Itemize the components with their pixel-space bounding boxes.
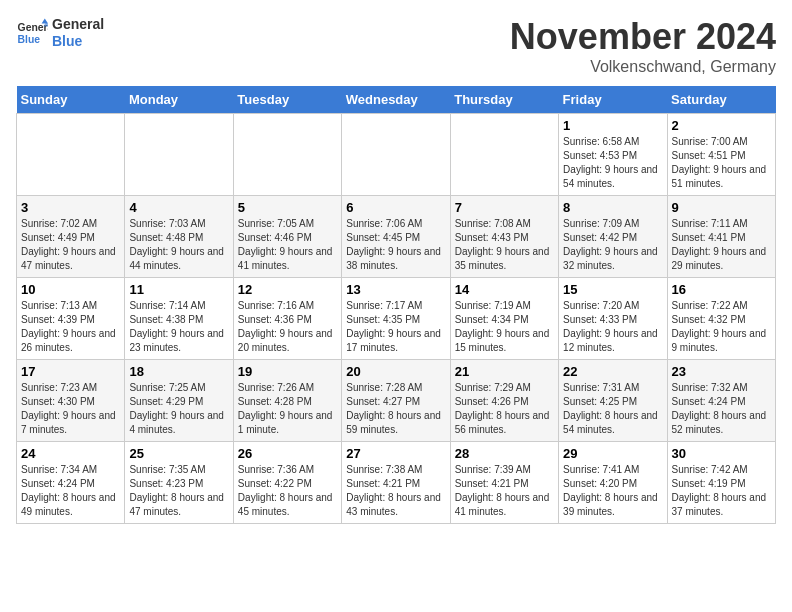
day-info: Sunrise: 7:26 AMSunset: 4:28 PMDaylight:…: [238, 381, 337, 437]
day-info: Sunrise: 7:02 AMSunset: 4:49 PMDaylight:…: [21, 217, 120, 273]
calendar-cell: 29Sunrise: 7:41 AMSunset: 4:20 PMDayligh…: [559, 442, 667, 524]
day-header: Saturday: [667, 86, 775, 114]
day-info: Sunrise: 7:13 AMSunset: 4:39 PMDaylight:…: [21, 299, 120, 355]
day-number: 2: [672, 118, 771, 133]
day-number: 4: [129, 200, 228, 215]
day-info: Sunrise: 7:36 AMSunset: 4:22 PMDaylight:…: [238, 463, 337, 519]
calendar-cell: 6Sunrise: 7:06 AMSunset: 4:45 PMDaylight…: [342, 196, 450, 278]
day-header: Friday: [559, 86, 667, 114]
day-info: Sunrise: 7:05 AMSunset: 4:46 PMDaylight:…: [238, 217, 337, 273]
day-info: Sunrise: 7:25 AMSunset: 4:29 PMDaylight:…: [129, 381, 228, 437]
calendar-cell: 25Sunrise: 7:35 AMSunset: 4:23 PMDayligh…: [125, 442, 233, 524]
logo-icon: General Blue: [16, 17, 48, 49]
day-number: 20: [346, 364, 445, 379]
logo: General Blue General Blue: [16, 16, 104, 50]
calendar-cell: 3Sunrise: 7:02 AMSunset: 4:49 PMDaylight…: [17, 196, 125, 278]
header-row: SundayMondayTuesdayWednesdayThursdayFrid…: [17, 86, 776, 114]
day-header: Tuesday: [233, 86, 341, 114]
calendar-cell: 4Sunrise: 7:03 AMSunset: 4:48 PMDaylight…: [125, 196, 233, 278]
calendar-cell: 26Sunrise: 7:36 AMSunset: 4:22 PMDayligh…: [233, 442, 341, 524]
calendar-cell: 11Sunrise: 7:14 AMSunset: 4:38 PMDayligh…: [125, 278, 233, 360]
logo-line2: Blue: [52, 33, 104, 50]
calendar-cell: 18Sunrise: 7:25 AMSunset: 4:29 PMDayligh…: [125, 360, 233, 442]
day-number: 24: [21, 446, 120, 461]
day-info: Sunrise: 7:38 AMSunset: 4:21 PMDaylight:…: [346, 463, 445, 519]
day-info: Sunrise: 7:23 AMSunset: 4:30 PMDaylight:…: [21, 381, 120, 437]
calendar-week-row: 17Sunrise: 7:23 AMSunset: 4:30 PMDayligh…: [17, 360, 776, 442]
day-number: 26: [238, 446, 337, 461]
day-info: Sunrise: 7:34 AMSunset: 4:24 PMDaylight:…: [21, 463, 120, 519]
calendar-cell: 8Sunrise: 7:09 AMSunset: 4:42 PMDaylight…: [559, 196, 667, 278]
location: Volkenschwand, Germany: [510, 58, 776, 76]
calendar-cell: [233, 114, 341, 196]
calendar-week-row: 1Sunrise: 6:58 AMSunset: 4:53 PMDaylight…: [17, 114, 776, 196]
day-number: 15: [563, 282, 662, 297]
calendar-cell: [125, 114, 233, 196]
day-number: 5: [238, 200, 337, 215]
day-number: 6: [346, 200, 445, 215]
day-info: Sunrise: 7:06 AMSunset: 4:45 PMDaylight:…: [346, 217, 445, 273]
day-header: Wednesday: [342, 86, 450, 114]
day-info: Sunrise: 7:32 AMSunset: 4:24 PMDaylight:…: [672, 381, 771, 437]
calendar-cell: 23Sunrise: 7:32 AMSunset: 4:24 PMDayligh…: [667, 360, 775, 442]
day-info: Sunrise: 7:29 AMSunset: 4:26 PMDaylight:…: [455, 381, 554, 437]
calendar-cell: 16Sunrise: 7:22 AMSunset: 4:32 PMDayligh…: [667, 278, 775, 360]
calendar-cell: 2Sunrise: 7:00 AMSunset: 4:51 PMDaylight…: [667, 114, 775, 196]
day-info: Sunrise: 7:14 AMSunset: 4:38 PMDaylight:…: [129, 299, 228, 355]
day-number: 30: [672, 446, 771, 461]
day-number: 7: [455, 200, 554, 215]
day-number: 10: [21, 282, 120, 297]
day-header: Sunday: [17, 86, 125, 114]
day-number: 18: [129, 364, 228, 379]
calendar-cell: 24Sunrise: 7:34 AMSunset: 4:24 PMDayligh…: [17, 442, 125, 524]
day-number: 1: [563, 118, 662, 133]
calendar-week-row: 3Sunrise: 7:02 AMSunset: 4:49 PMDaylight…: [17, 196, 776, 278]
calendar-cell: 28Sunrise: 7:39 AMSunset: 4:21 PMDayligh…: [450, 442, 558, 524]
calendar-cell: 13Sunrise: 7:17 AMSunset: 4:35 PMDayligh…: [342, 278, 450, 360]
day-number: 22: [563, 364, 662, 379]
day-header: Thursday: [450, 86, 558, 114]
day-info: Sunrise: 7:42 AMSunset: 4:19 PMDaylight:…: [672, 463, 771, 519]
calendar-cell: [342, 114, 450, 196]
svg-text:General: General: [18, 22, 48, 33]
calendar-cell: 17Sunrise: 7:23 AMSunset: 4:30 PMDayligh…: [17, 360, 125, 442]
day-info: Sunrise: 7:28 AMSunset: 4:27 PMDaylight:…: [346, 381, 445, 437]
day-number: 25: [129, 446, 228, 461]
day-number: 29: [563, 446, 662, 461]
day-number: 17: [21, 364, 120, 379]
calendar-week-row: 10Sunrise: 7:13 AMSunset: 4:39 PMDayligh…: [17, 278, 776, 360]
day-info: Sunrise: 7:41 AMSunset: 4:20 PMDaylight:…: [563, 463, 662, 519]
calendar-cell: 10Sunrise: 7:13 AMSunset: 4:39 PMDayligh…: [17, 278, 125, 360]
calendar-week-row: 24Sunrise: 7:34 AMSunset: 4:24 PMDayligh…: [17, 442, 776, 524]
svg-text:Blue: Blue: [18, 33, 41, 44]
day-info: Sunrise: 7:09 AMSunset: 4:42 PMDaylight:…: [563, 217, 662, 273]
calendar-cell: 1Sunrise: 6:58 AMSunset: 4:53 PMDaylight…: [559, 114, 667, 196]
day-number: 21: [455, 364, 554, 379]
day-number: 19: [238, 364, 337, 379]
day-number: 27: [346, 446, 445, 461]
logo-line1: General: [52, 16, 104, 33]
calendar-cell: 22Sunrise: 7:31 AMSunset: 4:25 PMDayligh…: [559, 360, 667, 442]
day-number: 9: [672, 200, 771, 215]
day-info: Sunrise: 7:31 AMSunset: 4:25 PMDaylight:…: [563, 381, 662, 437]
calendar-cell: 20Sunrise: 7:28 AMSunset: 4:27 PMDayligh…: [342, 360, 450, 442]
calendar-cell: 27Sunrise: 7:38 AMSunset: 4:21 PMDayligh…: [342, 442, 450, 524]
calendar-cell: 14Sunrise: 7:19 AMSunset: 4:34 PMDayligh…: [450, 278, 558, 360]
day-number: 8: [563, 200, 662, 215]
day-info: Sunrise: 7:22 AMSunset: 4:32 PMDaylight:…: [672, 299, 771, 355]
day-number: 16: [672, 282, 771, 297]
calendar-cell: 9Sunrise: 7:11 AMSunset: 4:41 PMDaylight…: [667, 196, 775, 278]
header: General Blue General Blue November 2024 …: [16, 16, 776, 76]
calendar-cell: 12Sunrise: 7:16 AMSunset: 4:36 PMDayligh…: [233, 278, 341, 360]
svg-marker-2: [42, 18, 48, 23]
day-info: Sunrise: 7:08 AMSunset: 4:43 PMDaylight:…: [455, 217, 554, 273]
calendar-cell: [450, 114, 558, 196]
day-number: 13: [346, 282, 445, 297]
day-info: Sunrise: 7:20 AMSunset: 4:33 PMDaylight:…: [563, 299, 662, 355]
day-info: Sunrise: 7:00 AMSunset: 4:51 PMDaylight:…: [672, 135, 771, 191]
day-info: Sunrise: 7:35 AMSunset: 4:23 PMDaylight:…: [129, 463, 228, 519]
calendar-cell: 15Sunrise: 7:20 AMSunset: 4:33 PMDayligh…: [559, 278, 667, 360]
day-number: 11: [129, 282, 228, 297]
month-title: November 2024: [510, 16, 776, 58]
calendar-cell: 21Sunrise: 7:29 AMSunset: 4:26 PMDayligh…: [450, 360, 558, 442]
